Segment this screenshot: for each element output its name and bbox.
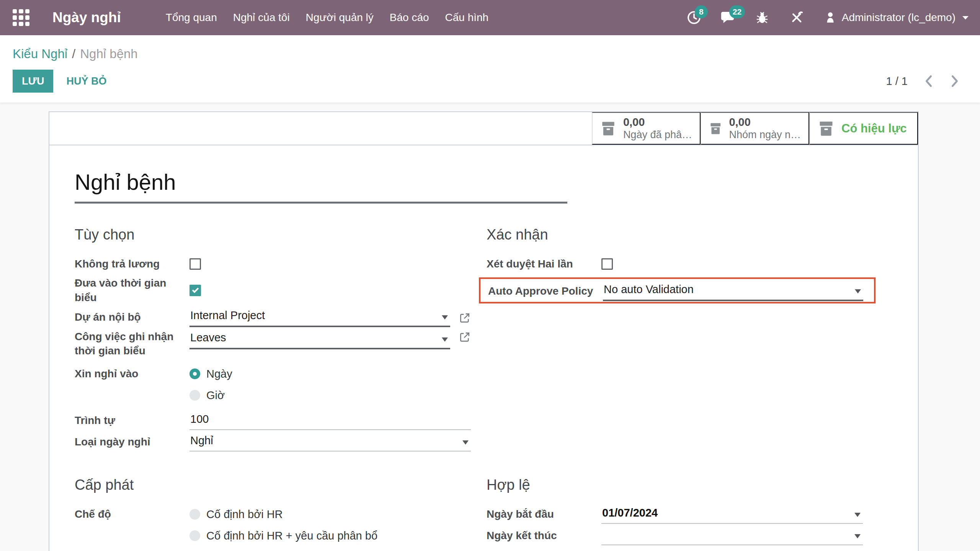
radio-unit-hour[interactable] [189,390,200,401]
save-button[interactable]: LƯU [13,70,53,93]
statusbar: 0,00 Ngày đã phâ… 0,00 Nhóm ngày n… [49,112,918,145]
double-validation-checkbox[interactable] [601,258,613,270]
menu-overview[interactable]: Tổng quan [158,0,225,35]
leave-type-name-input[interactable]: Nghỉ bệnh [75,169,864,195]
stat-button-group-days[interactable]: 0,00 Nhóm ngày n… [701,112,809,145]
field-row-request-unit-day: Xin nghỉ vào Ngày [75,364,471,383]
breadcrumb: Kiểu Nghỉ/Nghỉ bệnh [13,47,967,61]
kind-select[interactable]: Nghỉ [189,432,471,452]
user-menu[interactable]: Administrator (lc_demo) [824,11,969,24]
apps-grid-icon[interactable] [13,9,29,26]
menu-managers[interactable]: Người quản lý [298,0,382,35]
field-row-mode-hr: Chế độ Cố định bởi HR [75,505,471,524]
caret-down-icon [854,534,861,538]
options-heading: Tùy chọn [75,227,471,243]
archive-box-icon [709,119,722,138]
timesheet-checkbox[interactable] [189,285,201,296]
field-row-sequence: Trình tự 100 [75,411,471,430]
unpaid-label: Không trả lương [75,257,189,271]
pager-next-button[interactable] [950,75,960,88]
app-menu: Tổng quan Nghỉ của tôi Người quản lý Báo… [158,0,497,35]
chevron-down-icon [962,16,969,20]
auto-approve-policy-label: Auto Approve Policy [488,284,603,298]
auto-approve-policy-select[interactable]: No auto Validation [603,281,863,301]
stat-days-allocated-label: Ngày đã phâ… [623,129,692,140]
external-link-icon[interactable] [459,331,471,343]
section-validity: Hợp lệ Ngày bắt đầu 01/07/2024 Ngày kết … [487,477,863,551]
check-icon [192,286,199,293]
field-row-end-date: Ngày kết thúc [487,526,863,545]
kind-label: Loại ngày nghỉ [75,435,189,449]
activity-badge: 8 [695,5,708,18]
task-value: Leaves [190,330,436,345]
project-many2one-field[interactable]: Internal Project [189,307,450,327]
chevron-left-icon [924,75,934,88]
radio-mode-fixed-hr-request[interactable] [189,530,200,541]
sequence-label: Trình tự [75,413,189,428]
request-unit-label: Xin nghỉ vào [75,367,189,381]
sequence-input[interactable]: 100 [189,411,471,430]
allocation-heading: Cấp phát [75,477,471,493]
field-row-mode-no-allocation: Không có ngày phép [75,548,471,551]
debug-bug-icon[interactable] [755,9,772,26]
radio-unit-day-label: Ngày [206,368,232,380]
menu-reporting[interactable]: Báo cáo [382,0,437,35]
chevron-right-icon [950,75,960,88]
pager-value[interactable]: 1 / 1 [886,75,908,88]
start-date-input[interactable]: 01/07/2024 [601,505,863,524]
external-link-icon[interactable] [459,312,471,324]
bug-icon [755,11,769,24]
field-row-request-unit-hour: Giờ [75,386,471,405]
pager: 1 / 1 [886,75,967,88]
caret-down-icon [462,440,469,445]
start-date-label: Ngày bắt đầu [487,507,601,522]
double-validation-label: Xét duyệt Hai lần [487,257,601,271]
messages-icon-button[interactable]: 22 [721,9,738,26]
field-row-kind: Loại ngày nghỉ Nghỉ [75,432,471,452]
section-allocation: Cấp phát Chế độ Cố định bởi HR Cố định b… [75,477,471,551]
highlight-annotation: Auto Approve Policy No auto Validation [479,277,875,303]
wrench-screwdriver-icon [790,11,804,24]
support-tools-icon[interactable] [790,9,807,26]
radio-unit-day[interactable] [189,368,200,379]
caret-down-icon [854,513,861,517]
end-date-input[interactable] [601,526,863,545]
caret-down-icon [442,315,448,320]
field-row-timesheet: Đưa vào thời gian biểu [75,276,471,305]
field-row-double-validation: Xét duyệt Hai lần [487,254,863,274]
stat-button-days-allocated[interactable]: 0,00 Ngày đã phâ… [592,112,701,145]
radio-mode-fixed-hr-request-label: Cố định bởi HR + yêu cầu phân bổ [206,530,377,542]
stat-days-allocated-value: 0,00 [623,116,645,128]
stat-group-days-value: 0,00 [729,116,750,128]
title-underline [75,202,567,204]
top-navbar: Ngày nghỉ Tổng quan Nghỉ của tôi Người q… [0,0,980,35]
radio-mode-fixed-hr-label: Cố định bởi HR [206,508,283,521]
radio-mode-fixed-hr[interactable] [189,509,200,520]
breadcrumb-current: Nghỉ bệnh [80,47,137,61]
field-row-auto-approve-policy: Auto Approve Policy No auto Validation [488,281,863,301]
sequence-value: 100 [190,412,457,426]
stat-button-active[interactable]: Có hiệu lực [809,112,918,145]
menu-configuration[interactable]: Cấu hình [437,0,497,35]
stat-group-days-label: Nhóm ngày n… [729,129,801,140]
caret-down-icon [855,289,861,293]
caret-down-icon [442,337,448,342]
archive-box-icon [818,119,835,138]
menu-my-time-off[interactable]: Nghỉ của tôi [225,0,298,35]
field-row-task: Công việc ghi nhận thời gian biểu Leaves [75,329,471,359]
user-name: Administrator (lc_demo) [842,11,956,24]
discard-button[interactable]: HUỶ BỎ [64,75,109,88]
field-row-project: Dự án nội bộ Internal Project [75,307,471,327]
pager-previous-button[interactable] [924,75,934,88]
field-row-start-date: Ngày bắt đầu 01/07/2024 [487,505,863,524]
messages-badge: 22 [729,5,745,18]
task-many2one-field[interactable]: Leaves [189,329,450,349]
breadcrumb-leave-types-link[interactable]: Kiểu Nghỉ [13,47,67,61]
section-options: Tùy chọn Không trả lương Đưa vào thời gi… [75,227,471,454]
activity-clock-icon[interactable]: 8 [686,9,703,26]
app-title[interactable]: Ngày nghỉ [52,10,121,26]
control-panel: Kiểu Nghỉ/Nghỉ bệnh LƯU HUỶ BỎ 1 / 1 [0,35,980,103]
breadcrumb-separator: / [72,47,75,61]
end-date-label: Ngày kết thúc [487,528,601,543]
unpaid-checkbox[interactable] [189,258,201,270]
